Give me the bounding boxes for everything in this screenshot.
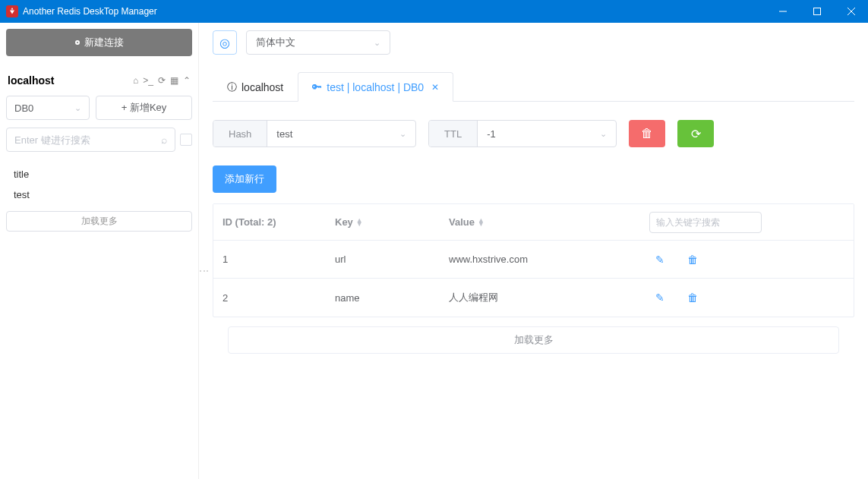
close-button[interactable]: [834, 0, 868, 23]
tab-label: localhost: [241, 81, 283, 93]
key-header[interactable]: Key ▲▼: [326, 216, 440, 228]
exact-match-checkbox[interactable]: [180, 134, 192, 146]
key-icon: 🔑︎: [312, 81, 322, 93]
id-header[interactable]: ID (Total: 2): [213, 216, 326, 228]
refresh-icon: ⟳: [691, 127, 701, 141]
language-value: 简体中文: [256, 36, 295, 49]
info-icon: ⓘ: [227, 80, 237, 94]
key-type-group: Hash test ⌄: [213, 120, 416, 147]
delete-key-button[interactable]: 🗑︎: [629, 120, 665, 147]
db-select[interactable]: DB0 ⌄: [6, 96, 90, 120]
key-name-value: test: [276, 128, 292, 140]
maximize-button[interactable]: [800, 0, 834, 23]
resize-handle[interactable]: ⋮: [198, 266, 210, 276]
table-row: 1 url www.hxstrive.com ✎ 🗑︎: [213, 241, 854, 279]
svg-rect-1: [813, 8, 820, 15]
table-search-input[interactable]: [649, 212, 762, 233]
search-box[interactable]: ⌕: [6, 128, 175, 152]
grid-icon[interactable]: ▦: [170, 75, 178, 86]
new-connection-button[interactable]: 新建连接: [6, 29, 192, 56]
table-row: 2 name 人人编程网 ✎ 🗑︎: [213, 279, 854, 317]
ttl-group: TTL -1 ⌄: [428, 120, 617, 147]
key-item[interactable]: test: [6, 184, 192, 205]
cell-key: name: [326, 292, 440, 304]
delete-icon[interactable]: 🗑︎: [687, 291, 698, 304]
cell-value: 人人编程网: [440, 291, 640, 304]
tabs: ⓘ localhost 🔑︎ test | localhost | DB0 ✕: [213, 71, 854, 102]
add-row-button[interactable]: 添加新行: [213, 165, 276, 193]
chevron-down-icon: ⌄: [399, 129, 406, 139]
tab-key-test[interactable]: 🔑︎ test | localhost | DB0 ✕: [298, 72, 453, 102]
plus-icon: [75, 40, 80, 45]
key-item[interactable]: title: [6, 164, 192, 184]
new-key-button[interactable]: + 新增Key: [96, 96, 192, 120]
edit-icon[interactable]: ✎: [655, 254, 664, 266]
home-icon[interactable]: ⌂: [133, 75, 138, 86]
new-connection-label: 新建连接: [84, 36, 124, 49]
connection-header[interactable]: localhost ⌂ >_ ⟳ ▦ ⌃: [6, 74, 192, 87]
db-select-value: DB0: [14, 102, 33, 114]
cell-id: 1: [213, 254, 326, 265]
settings-button[interactable]: ◎: [213, 30, 237, 55]
minimize-button[interactable]: [765, 0, 800, 23]
new-key-label: + 新增Key: [122, 101, 167, 115]
trash-icon: 🗑︎: [641, 127, 653, 140]
app-logo: [6, 5, 18, 17]
ttl-input[interactable]: -1 ⌄: [478, 121, 616, 147]
window-title: Another Redis DeskTop Manager: [23, 6, 765, 17]
chevron-down-icon: ⌄: [600, 129, 607, 139]
collapse-icon[interactable]: ⌃: [183, 75, 191, 86]
tab-label: test | localhost | DB0: [327, 81, 424, 93]
sort-icon[interactable]: ▲▼: [356, 219, 363, 226]
cell-id: 2: [213, 292, 326, 304]
titlebar: Another Redis DeskTop Manager: [0, 0, 868, 23]
terminal-icon[interactable]: >_: [143, 75, 153, 86]
cell-value: www.hxstrive.com: [440, 254, 640, 265]
load-more-button[interactable]: 加载更多: [6, 211, 192, 232]
table-header: ID (Total: 2) Key ▲▼ Value ▲▼: [213, 204, 854, 241]
tab-localhost[interactable]: ⓘ localhost: [213, 72, 298, 102]
key-type-label: Hash: [213, 121, 267, 147]
tab-close-icon[interactable]: ✕: [431, 82, 439, 93]
language-select[interactable]: 简体中文 ⌄: [246, 30, 390, 55]
cell-key: url: [326, 254, 440, 265]
search-header: [640, 212, 854, 233]
value-header[interactable]: Value ▲▼: [440, 216, 640, 228]
main-panel: ⋮ ◎ 简体中文 ⌄ ⓘ localhost 🔑︎ test | localho…: [199, 23, 868, 479]
edit-icon[interactable]: ✎: [655, 291, 664, 304]
search-icon[interactable]: ⌕: [161, 134, 167, 146]
hash-table: ID (Total: 2) Key ▲▼ Value ▲▼ 1 url www.…: [213, 203, 854, 317]
connection-name: localhost: [8, 74, 133, 87]
sort-icon[interactable]: ▲▼: [478, 219, 485, 226]
refresh-key-button[interactable]: ⟳: [677, 120, 714, 147]
chevron-down-icon: ⌄: [374, 38, 380, 48]
sidebar: 新建连接 localhost ⌂ >_ ⟳ ▦ ⌃ DB0 ⌄ + 新增Key: [0, 23, 199, 479]
add-row-label: 添加新行: [225, 173, 264, 184]
search-input[interactable]: [14, 134, 161, 146]
key-list: title test: [6, 164, 192, 205]
delete-icon[interactable]: 🗑︎: [687, 254, 698, 266]
key-name-input[interactable]: test ⌄: [267, 121, 415, 147]
chevron-down-icon: ⌄: [74, 103, 81, 113]
load-more-button[interactable]: 加载更多: [228, 326, 839, 354]
ttl-label: TTL: [429, 121, 478, 147]
refresh-icon[interactable]: ⟳: [158, 75, 166, 86]
target-icon: ◎: [219, 36, 230, 50]
ttl-value: -1: [487, 128, 496, 140]
